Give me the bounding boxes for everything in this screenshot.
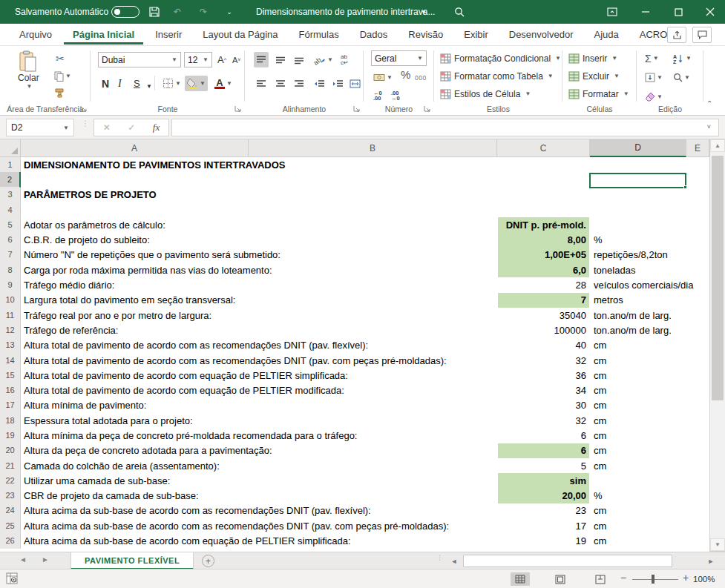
sort-filter-icon[interactable]: AZ ▼ [671,50,694,66]
autosave-toggle[interactable] [111,6,140,18]
cell-unit[interactable]: ton.ano/m de larg. [594,308,672,323]
cell-unit[interactable]: veículos comerciais/dia [594,277,693,292]
font-size-select[interactable]: 12▼ [184,52,212,67]
cell-unit[interactable]: % [594,489,603,503]
cell-value[interactable]: 8,00 [498,232,589,247]
borders-icon[interactable]: ▼ [160,76,183,91]
cells-menu-button[interactable]: Formatar ▼ [568,86,629,102]
zoom-slider-track[interactable] [632,579,678,581]
alignment-dialog-launcher-icon[interactable] [353,105,361,113]
font-dialog-launcher-icon[interactable] [234,105,242,113]
cell-value[interactable]: 5 [498,458,589,473]
format-painter-icon[interactable] [52,85,68,100]
cell-label[interactable]: Altura acima da sub-base de acordo com a… [24,518,449,533]
next-sheet-icon[interactable]: ► [42,555,49,564]
row-header[interactable]: 11 [0,308,21,323]
cell-label[interactable]: Altura total de pavimento de acordo com … [24,338,368,353]
column-header-D[interactable]: D [590,139,686,157]
increase-decimal-icon[interactable]: ←0.00 [371,87,384,103]
name-box-dropdown-icon[interactable]: ▼ [63,125,69,131]
cell-unit[interactable]: cm [594,338,606,353]
cell-unit[interactable]: cm [594,443,606,458]
row-header[interactable]: 3 [0,188,21,202]
decrease-indent-icon[interactable] [312,76,327,91]
number-format-select[interactable]: Geral▼ [371,50,427,66]
share-button[interactable] [667,27,686,43]
align-top-icon[interactable] [254,52,269,67]
scroll-down-icon[interactable]: ▼ [710,538,725,551]
cell-unit[interactable]: toneladas [594,262,635,277]
clear-icon[interactable]: ▼ [643,89,665,105]
cell-label[interactable]: C.B.R. de projeto do subleito: [24,232,150,247]
italic-button[interactable]: I [116,76,124,91]
row-header[interactable]: 15 [0,368,21,383]
row-header[interactable]: 1 [0,157,21,172]
underline-button[interactable]: S [131,76,142,91]
font-color-icon[interactable]: A ▼ [212,76,234,91]
ribbon-tab[interactable]: Desenvolvedor [500,24,583,44]
cell-value[interactable]: 40 [498,338,589,353]
cell-value[interactable] [498,157,589,172]
align-middle-icon[interactable] [273,52,288,67]
ribbon-tab[interactable]: Layout da Página [194,24,286,44]
select-all-corner[interactable] [0,139,21,157]
cell-label[interactable]: Altura mínima de pavimento: [24,398,146,413]
cell-unit[interactable]: cm [594,413,606,428]
cell-value[interactable]: 23 [498,503,589,518]
align-bottom-icon[interactable] [292,52,306,67]
undo-icon[interactable]: ↶ [169,4,186,19]
align-left-icon[interactable] [254,76,269,91]
title-dropdown-icon[interactable]: ▼ [416,4,432,19]
orientation-icon[interactable]: ab ▼ [312,52,335,67]
scroll-left-icon[interactable]: ◄ [448,555,460,567]
ribbon-tab[interactable]: Página Inicial [64,24,143,44]
row-header[interactable]: 6 [0,232,21,247]
fill-color-icon[interactable]: ▼ [185,76,208,91]
cell-label[interactable]: Altura total de pavimento de acordo com … [24,368,348,383]
prev-sheet-icon[interactable]: ◄ [19,555,27,564]
clipboard-dialog-launcher-icon[interactable] [80,105,88,113]
ribbon-display-options-icon[interactable] [597,0,627,24]
find-select-icon[interactable]: ▼ [671,70,692,85]
formula-input[interactable]: ˅ [171,119,719,136]
align-center-icon[interactable] [273,76,288,91]
row-header[interactable]: 12 [0,323,21,337]
fill-handle[interactable] [683,185,687,189]
cell-label[interactable]: Tráfego médio diário: [24,277,114,292]
cells-menu-button[interactable]: Inserir ▼ [568,50,629,66]
cell-label[interactable]: PARÂMETROS DE PROJETO [24,188,157,202]
cell-unit[interactable]: repetições/8,2ton [594,248,668,262]
cell-value[interactable]: DNIT p. pré-mold. [498,217,589,232]
number-dialog-launcher-icon[interactable] [424,105,431,113]
column-header-C[interactable]: C [497,139,590,157]
cell-label[interactable]: Altura total de pavimento de acordo com … [24,353,447,368]
row-header[interactable]: 17 [0,398,21,413]
cell-value[interactable]: 32 [498,413,589,428]
cell-label[interactable]: Espessura total adotada para o projeto: [24,413,193,428]
increase-indent-icon[interactable] [330,76,346,91]
vertical-scrollbar[interactable]: ▲ ▼ [709,139,725,552]
new-sheet-button[interactable]: + [202,555,214,567]
row-header[interactable]: 2 [0,172,21,187]
cell-value[interactable]: sim [498,473,589,488]
wrap-text-icon[interactable]: abc↵ [338,52,351,67]
font-name-select[interactable]: Dubai▼ [98,52,181,67]
orientation-dropdown-icon[interactable]: ▼ [327,56,333,63]
cell-value[interactable] [498,172,589,187]
cell-value[interactable]: 6 [498,443,589,458]
cell-value[interactable]: 28 [498,277,589,292]
cancel-icon[interactable]: ✕ [103,122,111,133]
cell-label[interactable]: DIMENSIONAMENTO DE PAVIMENTOS INTERTRAVA… [24,157,285,172]
row-header[interactable]: 8 [0,262,21,277]
row-header[interactable]: 16 [0,383,21,397]
cell-label[interactable]: Altura da peça de concreto adotada para … [24,443,272,458]
zoom-level[interactable]: 100% [693,575,715,584]
cell-label[interactable]: Carga por roda máxima permitida nas vias… [24,262,272,277]
page-layout-view-button[interactable] [551,572,570,586]
sheet-tab-pavimento-flexivel[interactable]: PAVIMENTO FLEXÍVEL [70,552,194,569]
cell-label[interactable]: Altura acima da sub-base de acordo com e… [24,533,351,548]
underline-dropdown-icon[interactable]: ▼ [144,79,154,94]
row-header[interactable]: 10 [0,293,21,308]
ribbon-tab[interactable]: Ajuda [585,24,627,44]
cell-value[interactable]: 19 [498,533,589,548]
